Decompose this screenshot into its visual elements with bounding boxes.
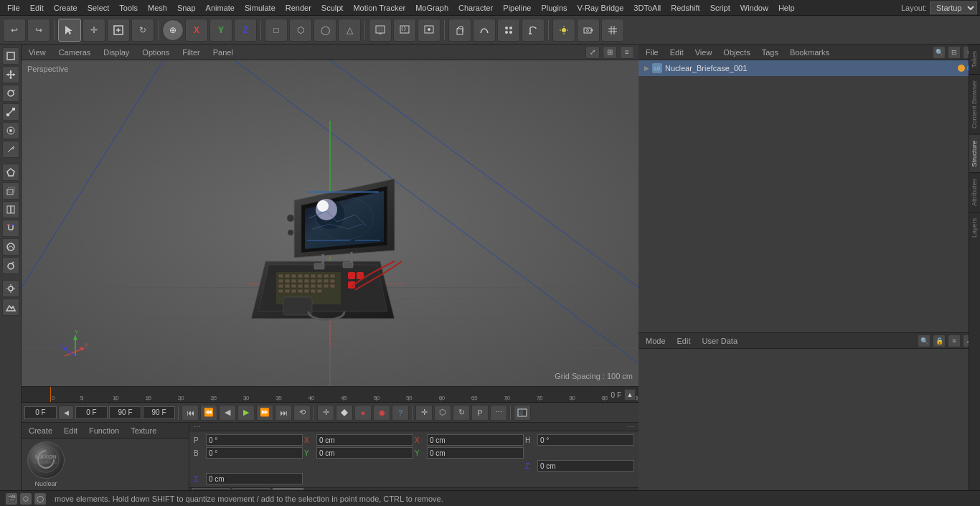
z-size-input[interactable] <box>206 473 303 484</box>
rotate-tool-button[interactable]: ↻ <box>131 19 154 42</box>
objects-objects-btn[interactable]: Objects <box>720 47 753 58</box>
timeline-clamp-button[interactable]: P <box>471 405 489 421</box>
create-nurbs-button[interactable]: ⬡ <box>289 19 312 42</box>
h-rot-input[interactable] <box>537 434 634 446</box>
left-tool-10[interactable] <box>2 220 19 237</box>
b-rot-input[interactable] <box>206 447 303 459</box>
viewport-layout-icon[interactable]: ⊞ <box>603 46 617 59</box>
left-tool-6[interactable] <box>2 141 19 158</box>
left-tool-4[interactable] <box>2 103 19 121</box>
status-icon-3[interactable]: ◯ <box>34 493 46 505</box>
viewport-canvas[interactable]: Perspective <box>22 60 639 386</box>
scale-tool-button[interactable] <box>107 19 130 42</box>
attr-userdata-btn[interactable]: User Data <box>699 335 741 347</box>
create-object-button[interactable]: □ <box>265 19 288 42</box>
menu-script[interactable]: Script <box>706 2 735 14</box>
animate-mode-button[interactable] <box>514 405 531 421</box>
attr-settings-icon[interactable]: ≡ <box>948 334 961 347</box>
menu-plugins[interactable]: Plugins <box>537 2 571 14</box>
add-keyframe-button[interactable]: ✛ <box>317 405 334 421</box>
material-function-btn[interactable]: Function <box>86 425 122 436</box>
material-create-btn[interactable]: Create <box>26 425 55 436</box>
keyframe-button[interactable] <box>336 405 353 421</box>
objects-bookmarks-btn[interactable]: Bookmarks <box>787 47 832 58</box>
end-frame-field[interactable] <box>109 406 141 419</box>
goto-start-button[interactable]: ⏮ <box>182 405 199 421</box>
preview-end-field[interactable] <box>143 406 175 419</box>
status-icon-2[interactable]: ⬡ <box>20 493 32 505</box>
attr-mode-btn[interactable]: Mode <box>643 335 669 347</box>
cube-button[interactable] <box>448 19 471 42</box>
left-tool-8[interactable] <box>2 182 19 200</box>
left-tool-7[interactable] <box>2 164 19 181</box>
viewport-menu-panel[interactable]: Panel <box>210 47 236 58</box>
menu-character[interactable]: Character <box>454 2 497 14</box>
x-size-input[interactable] <box>427 434 524 446</box>
menu-mesh[interactable]: Mesh <box>143 2 171 14</box>
material-item[interactable]: MAXON CINEMA 4D <box>27 441 65 487</box>
record-button[interactable]: ⏺ <box>373 405 390 421</box>
autokey-button[interactable]: ● <box>354 405 372 421</box>
spline-button[interactable] <box>473 19 496 42</box>
select-tool-button[interactable] <box>58 19 81 42</box>
timeline-shape-button[interactable]: ⬡ <box>434 405 451 421</box>
tab-structure[interactable]: Structure <box>969 134 980 173</box>
attr-lock-icon[interactable]: 🔒 <box>933 334 946 347</box>
loop-button[interactable]: ⟲ <box>293 405 311 421</box>
step-forward-button[interactable]: ⏩ <box>256 405 273 421</box>
frame-start-btn[interactable]: ◀ <box>58 406 74 420</box>
menu-animate[interactable]: Animate <box>202 2 239 14</box>
p-rot-input[interactable] <box>206 434 303 446</box>
viewport-menu-cameras[interactable]: Cameras <box>56 47 94 58</box>
objects-search-icon[interactable]: 🔍 <box>933 46 946 59</box>
goto-end-button[interactable]: ⏭ <box>275 405 292 421</box>
material-texture-btn[interactable]: Texture <box>128 425 159 436</box>
menu-file[interactable]: File <box>3 2 24 14</box>
help-transport-button[interactable]: ? <box>392 405 409 421</box>
menu-help[interactable]: Help <box>774 2 799 14</box>
objects-view-btn[interactable]: View <box>692 47 715 58</box>
menu-pipeline[interactable]: Pipeline <box>499 2 535 14</box>
move-tool-button[interactable]: ✛ <box>83 19 105 42</box>
viewport-expand-icon[interactable]: ⤢ <box>585 46 600 59</box>
attr-search-icon[interactable]: 🔍 <box>918 334 930 347</box>
step-back-button[interactable]: ⏪ <box>200 405 217 421</box>
light-button[interactable] <box>552 19 575 42</box>
render-view-button[interactable] <box>369 19 392 42</box>
left-tool-14[interactable] <box>2 299 19 316</box>
objects-edit-btn[interactable]: Edit <box>667 47 687 58</box>
render-output-button[interactable] <box>418 19 440 42</box>
redo-button[interactable]: ↪ <box>27 19 50 42</box>
start-frame-field[interactable] <box>24 406 57 419</box>
undo-button[interactable]: ↩ <box>3 19 26 42</box>
left-tool-3[interactable] <box>2 85 19 102</box>
play-back-button[interactable]: ◀ <box>219 405 236 421</box>
axis-all-button[interactable]: ⊕ <box>162 19 184 41</box>
tab-content-browser[interactable]: Content Browser <box>969 74 980 134</box>
camera-button[interactable] <box>577 19 600 42</box>
render-region-button[interactable] <box>393 19 416 42</box>
axis-z-button[interactable]: Z <box>234 19 257 42</box>
menu-render[interactable]: Render <box>281 2 316 14</box>
left-tool-13[interactable] <box>2 280 19 297</box>
menu-redshift[interactable]: Redshift <box>666 2 704 14</box>
attr-edit-btn[interactable]: Edit <box>674 335 694 347</box>
menu-vray[interactable]: V-Ray Bridge <box>573 2 628 14</box>
viewport-menu-display[interactable]: Display <box>100 47 132 58</box>
menu-simulate[interactable]: Simulate <box>240 2 280 14</box>
array-button[interactable] <box>497 19 520 42</box>
y-size-input[interactable] <box>427 447 524 459</box>
timeline-dots-button[interactable]: ⋯ <box>490 405 507 421</box>
grid-button[interactable] <box>601 19 624 42</box>
viewport-menu-icon[interactable]: ≡ <box>620 46 634 59</box>
menu-motion-tracker[interactable]: Motion Tracker <box>349 2 410 14</box>
play-forward-button[interactable]: ▶ <box>237 405 255 421</box>
deformer-button[interactable]: ◯ <box>314 19 336 42</box>
menu-tools[interactable]: Tools <box>115 2 142 14</box>
object-tree-item-briefcase[interactable]: ▶ L0 Nuclear_Briefcase_001 <box>639 60 980 76</box>
left-tool-12[interactable] <box>2 257 19 274</box>
objects-file-btn[interactable]: File <box>643 47 661 58</box>
left-tool-2[interactable] <box>2 66 19 83</box>
menu-mograph[interactable]: MoGraph <box>411 2 453 14</box>
left-tool-9[interactable] <box>2 201 19 218</box>
